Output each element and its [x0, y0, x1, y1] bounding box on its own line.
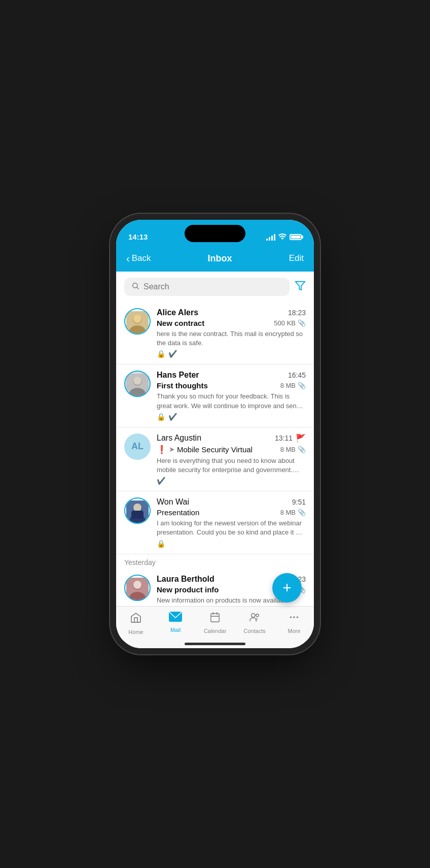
home-icon — [130, 612, 142, 627]
svg-point-19 — [133, 581, 141, 589]
message-list-container: Alice Alers 18:23 New contract 500 KB 📎 … — [116, 272, 314, 606]
flag-icon-lars: 🚩 — [296, 433, 306, 443]
svg-point-30 — [256, 614, 259, 617]
subject-meta-lars: 8 MB 📎 — [280, 446, 306, 453]
attachment-icon-lars: 📎 — [298, 446, 306, 453]
plus-icon: + — [282, 580, 292, 595]
sender-name-lars: Lars Agustin — [157, 433, 201, 443]
compose-fab[interactable]: + — [272, 573, 302, 603]
verified-icon-hans: ✔️ — [168, 413, 177, 421]
tab-mail-label: Mail — [170, 627, 181, 633]
tab-calendar[interactable]: Calendar — [195, 612, 235, 634]
tab-calendar-label: Calendar — [204, 628, 227, 634]
search-container — [116, 272, 314, 302]
search-icon — [131, 282, 139, 292]
svg-point-10 — [133, 377, 141, 385]
status-bar: 14:13 — [116, 220, 314, 245]
attachment-icon-hans: 📎 — [298, 382, 306, 389]
status-icons — [266, 233, 302, 241]
verified-icon-lars: ✔️ — [157, 477, 165, 485]
mail-icon — [169, 612, 182, 625]
message-body-won: Won Wai 9:51 Presentation 8 MB 📎 I am lo… — [157, 497, 306, 547]
message-header-hans: Hans Peter 16:45 — [157, 371, 306, 380]
calendar-icon — [209, 612, 221, 626]
filter-icon[interactable] — [295, 280, 306, 294]
message-time-won: 9:51 — [292, 498, 306, 506]
signal-icon — [266, 233, 275, 241]
subject-hans: First thoughts — [157, 381, 208, 390]
svg-point-14 — [133, 504, 141, 512]
preview-lars: Here is everything that you need to know… — [157, 456, 306, 475]
svg-rect-15 — [131, 511, 144, 519]
tab-more-label: More — [288, 628, 300, 634]
wifi-icon — [278, 233, 286, 241]
dynamic-island — [185, 225, 245, 242]
edit-button[interactable]: Edit — [289, 253, 304, 263]
lock-icon-alice: 🔒 — [157, 350, 165, 358]
battery-icon — [290, 234, 302, 240]
subject-row-hans: First thoughts 8 MB 📎 — [157, 381, 306, 390]
avatar-laura — [124, 575, 151, 601]
avatar-won — [124, 497, 151, 524]
message-icons-won: 🔒 — [157, 540, 306, 548]
tab-contacts-label: Contacts — [243, 628, 265, 634]
svg-marker-2 — [296, 281, 305, 290]
subject-row-alice: New contract 500 KB 📎 — [157, 319, 306, 327]
size-lars: 8 MB — [280, 446, 296, 453]
tab-mail[interactable]: Mail — [156, 612, 195, 633]
message-icons-lars: ✔️ — [157, 477, 306, 485]
tab-home-label: Home — [128, 629, 143, 635]
svg-line-1 — [137, 287, 138, 289]
search-input[interactable] — [144, 282, 282, 291]
message-header-won: Won Wai 9:51 — [157, 497, 306, 507]
search-box[interactable] — [124, 278, 290, 296]
size-hans: 8 MB — [280, 382, 296, 389]
inbox-title: Inbox — [208, 253, 232, 264]
forward-icon-lars: ➤ — [169, 445, 175, 453]
lock-icon-hans: 🔒 — [157, 413, 165, 421]
home-bar — [185, 643, 245, 645]
sender-name-alice: Alice Alers — [157, 308, 198, 317]
message-item-alice[interactable]: Alice Alers 18:23 New contract 500 KB 📎 … — [116, 302, 314, 364]
section-yesterday: Yesterday — [116, 554, 314, 569]
verified-icon-alice: ✔️ — [168, 350, 177, 358]
subject-lars: Mobile Security Virtual — [177, 445, 253, 454]
avatar-alice — [124, 308, 151, 335]
avatar-lars: AL — [124, 433, 151, 460]
preview-alice: here is the new contract. This mail is e… — [157, 329, 306, 348]
subject-laura: New product info — [157, 585, 219, 594]
message-item-hans[interactable]: Hans Peter 16:45 First thoughts 8 MB 📎 T… — [116, 364, 314, 427]
message-icons-hans: 🔒 ✔️ — [157, 413, 306, 421]
message-item-won[interactable]: Won Wai 9:51 Presentation 8 MB 📎 I am lo… — [116, 491, 314, 554]
svg-point-33 — [297, 616, 299, 618]
back-button[interactable]: ‹ Back — [126, 253, 151, 264]
message-item-lars[interactable]: AL Lars Agustin 13:11 🚩 ❗ ➤ Mobile Secur… — [116, 427, 314, 491]
tab-more[interactable]: More — [274, 612, 314, 634]
status-time: 14:13 — [128, 232, 148, 241]
tab-home[interactable]: Home — [116, 612, 156, 635]
svg-point-32 — [293, 616, 295, 618]
back-label: Back — [132, 253, 151, 263]
message-header-alice: Alice Alers 18:23 — [157, 308, 306, 317]
subject-won: Presentation — [157, 508, 199, 517]
message-time-lars: 13:11 — [275, 434, 293, 442]
attachment-icon-alice: 📎 — [298, 319, 306, 327]
chevron-left-icon: ‹ — [126, 253, 130, 264]
subject-row-won: Presentation 8 MB 📎 — [157, 508, 306, 517]
tab-contacts[interactable]: Contacts — [235, 612, 274, 634]
svg-rect-25 — [211, 614, 220, 622]
message-body-hans: Hans Peter 16:45 First thoughts 8 MB 📎 T… — [157, 371, 306, 420]
more-icon — [289, 612, 300, 626]
preview-won: I am looking for the newest version of t… — [157, 519, 306, 537]
nav-bar: ‹ Back Inbox Edit — [116, 245, 314, 272]
message-body-alice: Alice Alers 18:23 New contract 500 KB 📎 … — [157, 308, 306, 358]
size-alice: 500 KB — [274, 319, 296, 327]
phone-frame: 14:13 ‹ Back Inbox Edit — [116, 220, 314, 648]
subject-meta-hans: 8 MB 📎 — [280, 382, 306, 389]
message-header-lars: Lars Agustin 13:11 🚩 — [157, 433, 306, 443]
subject-meta-alice: 500 KB 📎 — [274, 319, 306, 327]
attachment-icon-won: 📎 — [298, 509, 306, 516]
sender-name-won: Won Wai — [157, 497, 189, 507]
size-won: 8 MB — [280, 509, 296, 516]
sender-name-hans: Hans Peter — [157, 371, 199, 380]
